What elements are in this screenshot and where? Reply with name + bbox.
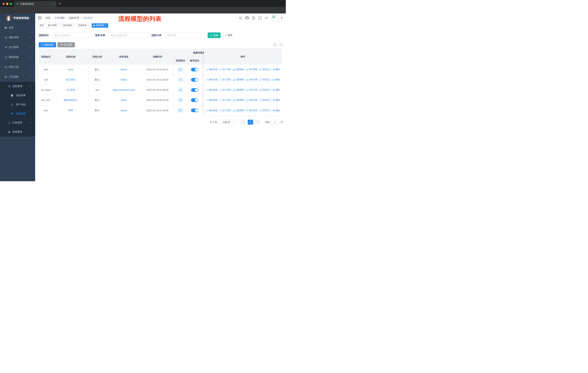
filter-category-select[interactable]: 流程分类 [165,32,206,38]
breadcrumb-item[interactable]: 流程管理 [69,16,79,20]
sidebar-collapse-icon[interactable] [38,16,42,20]
page-size-select[interactable]: 10条/页 [220,120,237,125]
search-icon[interactable] [239,16,242,20]
form-info-link[interactable]: biubiu [121,109,127,112]
action-设计流程[interactable]: 设计流程 [220,109,231,112]
action-分配规则[interactable]: 分配规则 [233,109,244,112]
font-size-icon[interactable]: TT [265,16,269,20]
action-分配规则[interactable]: 分配规则 [233,78,244,81]
sidebar-item-支付管理[interactable]: ¥支付管理 [0,42,35,52]
process-name-link[interactable]: eeee [68,68,73,71]
reset-button[interactable]: 重置 [222,32,234,38]
action-设计流程[interactable]: 设计流程 [220,68,231,71]
sidebar-item-用户分组[interactable]: 用户分组 [0,100,35,109]
minimize-window-button[interactable] [6,3,8,5]
cell-category: OA [88,85,106,95]
action-修改流程[interactable]: 修改流程 [206,109,218,112]
filter-id-input[interactable] [52,32,91,38]
tag-close-icon[interactable]: × [58,24,59,26]
form-info-link[interactable]: biubiu [121,78,127,81]
action-修改流程[interactable]: 修改流程 [206,68,218,71]
search-button[interactable]: 搜索 [208,32,220,38]
sidebar-item-流程表单[interactable]: 流程表单 [0,91,35,100]
action-删除[interactable]: 删除 [273,109,280,112]
form-info-link[interactable]: biubiu [121,68,127,71]
form-info-link[interactable]: /bpm/oa/leave/create [113,89,135,91]
sidebar-item-流程管理[interactable]: 流程管理 [0,82,35,91]
action-流程定义[interactable]: 流程定义 [259,99,271,102]
process-name-link[interactable]: 自己审批 [66,78,75,81]
create-process-button[interactable]: 新建流程 [39,42,56,47]
refresh-list-button[interactable] [279,42,284,48]
status-toggle[interactable] [191,109,198,112]
action-发布流程[interactable]: 发布流程 [246,68,258,71]
action-发布流程[interactable]: 发布流程 [246,109,258,112]
status-toggle[interactable] [191,68,198,71]
avatar-caret-icon[interactable] [281,17,283,19]
form-info-link[interactable]: biubiu [121,99,127,101]
action-修改流程[interactable]: 修改流程 [206,99,218,102]
action-流程定义[interactable]: 流程定义 [259,68,271,71]
action-修改流程[interactable]: 修改流程 [206,88,218,91]
sidebar-item-基础设施[interactable]: 基础设施 [0,52,35,62]
current-page-button[interactable]: 1 [248,120,253,125]
filter-name-input[interactable] [108,32,149,38]
sidebar-item-首页[interactable]: 首页 [0,23,35,33]
browser-tab[interactable]: 芋道管理系统 × [14,1,56,7]
sidebar-item-任务管理[interactable]: 任务管理 [0,118,35,127]
action-发布流程[interactable]: 发布流程 [246,88,258,91]
sidebar-item-系统管理[interactable]: 系统管理 [0,33,35,42]
tab-close-icon[interactable]: × [53,3,55,5]
breadcrumb-item[interactable]: 首页 [45,16,51,20]
tag-流程模型[interactable]: 流程模型× [92,23,108,28]
action-修改流程[interactable]: 修改流程 [206,78,218,81]
help-icon[interactable]: ? [252,16,255,20]
prev-page-button[interactable]: ‹ [241,120,246,125]
action-分配规则[interactable]: 分配规则 [233,99,244,102]
new-tab-button[interactable]: + [59,1,61,5]
github-icon[interactable] [245,16,249,20]
next-page-button[interactable]: › [255,120,260,125]
zoom-window-button[interactable] [10,3,12,5]
action-设计流程[interactable]: 设计流程 [220,78,231,81]
action-流程定义[interactable]: 流程定义 [259,109,271,112]
close-window-button[interactable] [2,3,5,5]
sidebar-item-流程模型[interactable]: 流程模型 [0,109,35,118]
status-toggle[interactable] [191,78,198,81]
goto-page-input[interactable] [271,120,279,125]
status-toggle[interactable] [191,98,198,102]
tag-首页[interactable]: 首页 [38,23,45,28]
fullscreen-icon[interactable] [258,16,262,20]
breadcrumb-item[interactable]: 工作流程 [54,16,65,20]
tag-close-icon[interactable]: × [73,24,74,26]
action-删除[interactable]: 删除 [273,68,280,71]
action-发布流程[interactable]: 发布流程 [246,99,258,102]
action-删除[interactable]: 删除 [273,99,280,102]
action-发布流程[interactable]: 发布流程 [246,78,258,81]
action-流程定义[interactable]: 流程定义 [259,78,271,81]
tag-我的流程[interactable]: 我的流程× [62,23,76,28]
action-设计流程[interactable]: 设计流程 [220,88,231,91]
window-controls[interactable] [2,3,12,5]
action-分配规则[interactable]: 分配规则 [233,68,244,71]
tag-close-icon[interactable]: × [106,24,107,26]
action-分配规则[interactable]: 分配规则 [233,88,244,91]
action-流程定义[interactable]: 流程定义 [259,88,271,91]
tag-流程表单[interactable]: 流程表单× [77,23,91,28]
process-name-link[interactable]: 测试多审批人 [64,99,78,102]
action-删除[interactable]: 删除 [273,88,280,91]
user-avatar[interactable] [272,14,279,22]
toggle-search-button[interactable] [272,42,277,48]
import-process-button[interactable]: 导入流程 [57,42,75,47]
action-设计流程[interactable]: 设计流程 [220,99,231,102]
sidebar-item-请假查询[interactable]: 请假查询 [0,127,35,136]
sidebar-item-工作流程[interactable]: 工作流程 [0,72,35,82]
tag-close-icon[interactable]: × [88,24,89,26]
tag-租户管理[interactable]: 租户管理× [46,23,61,28]
process-name-link[interactable]: OA 请假 [66,88,75,92]
process-name-link[interactable]: 滔博 [68,109,73,112]
status-toggle[interactable] [191,88,198,92]
action-删除[interactable]: 删除 [273,78,280,81]
sidebar-logo[interactable]: 芋道管理系统 [0,13,35,23]
sidebar-item-研发工具[interactable]: 研发工具 [0,62,35,72]
